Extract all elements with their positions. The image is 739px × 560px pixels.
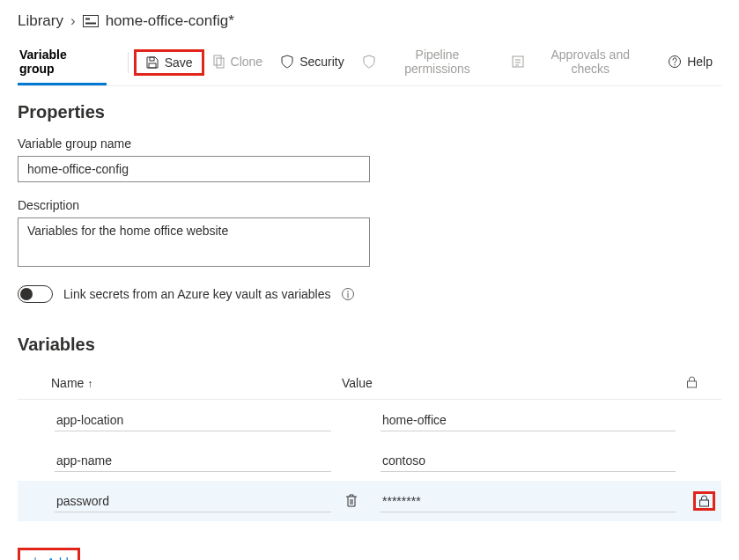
breadcrumb-current: home-office-config* (106, 12, 234, 30)
properties-heading: Properties (18, 102, 721, 122)
toolbar: Variable group Save Clone Security (18, 39, 721, 86)
lock-toggle[interactable] (686, 459, 721, 462)
delete-row-button[interactable] (342, 492, 377, 510)
name-label: Variable group name (18, 136, 721, 151)
svg-point-10 (348, 291, 350, 292)
security-label: Security (299, 55, 344, 69)
save-icon (145, 55, 159, 70)
variable-value-cell[interactable]: ******** (381, 490, 676, 512)
help-button[interactable]: Help (659, 49, 721, 76)
svg-rect-1 (85, 18, 90, 20)
trash-icon (345, 494, 358, 508)
approvals-label: Approvals and checks (530, 48, 650, 76)
svg-rect-3 (150, 57, 154, 61)
name-input[interactable] (18, 156, 370, 182)
variable-value-cell[interactable]: contoso (381, 449, 676, 472)
save-button-highlight: Save (134, 49, 204, 76)
lock-toggle[interactable] (686, 490, 721, 512)
description-label: Description (18, 198, 721, 212)
add-button[interactable]: Add (18, 548, 80, 560)
svg-rect-2 (85, 23, 96, 25)
add-label: Add (47, 556, 69, 560)
variable-name-cell[interactable]: password (55, 490, 331, 512)
pipeline-label: Pipeline permissions (381, 48, 493, 76)
svg-rect-0 (83, 16, 98, 27)
lock-highlight (693, 491, 715, 511)
table-row[interactable]: password******** (18, 481, 721, 521)
clone-icon (211, 55, 225, 69)
approvals-button: Approvals and checks (502, 42, 659, 83)
save-button[interactable]: Save (144, 54, 195, 71)
table-row[interactable]: app-namecontoso (18, 440, 721, 481)
sort-asc-icon: ↑ (87, 378, 92, 390)
security-button[interactable]: Security (271, 49, 353, 76)
svg-rect-12 (699, 500, 708, 506)
info-icon[interactable] (341, 287, 355, 301)
toolbar-divider (128, 52, 129, 73)
plus-icon (29, 556, 41, 560)
link-secrets-label: Link secrets from an Azure key vault as … (63, 287, 330, 301)
shield-icon (280, 55, 294, 69)
variable-name-cell[interactable]: app-name (55, 449, 331, 472)
checklist-icon (511, 55, 525, 69)
description-input[interactable] (18, 217, 370, 267)
svg-rect-6 (217, 58, 224, 68)
save-label: Save (165, 55, 193, 70)
breadcrumb: Library › home-office-config* (18, 7, 721, 39)
link-secrets-toggle[interactable] (18, 285, 53, 303)
clone-label: Clone (231, 55, 263, 69)
clone-button: Clone (203, 49, 272, 76)
pipeline-permissions-button: Pipeline permissions (353, 42, 502, 83)
variables-table: Name ↑ Value app-locationhome-officeapp-… (18, 369, 721, 521)
breadcrumb-root[interactable]: Library (18, 12, 63, 30)
svg-rect-5 (214, 55, 221, 65)
table-row[interactable]: app-locationhome-office (18, 400, 721, 440)
variables-heading: Variables (18, 335, 721, 355)
variable-group-icon (83, 15, 99, 27)
lock-toggle[interactable] (686, 418, 721, 422)
help-label: Help (687, 55, 713, 69)
breadcrumb-separator: › (70, 12, 76, 30)
lock-icon (698, 495, 710, 507)
table-header: Name ↑ Value (18, 369, 721, 400)
variable-value-cell[interactable]: home-office (381, 409, 676, 431)
col-name-header[interactable]: Name ↑ (51, 376, 342, 390)
col-lock-header (686, 376, 721, 390)
tab-variable-group[interactable]: Variable group (18, 39, 107, 85)
svg-rect-11 (688, 381, 697, 387)
svg-point-8 (669, 55, 681, 67)
help-icon (668, 55, 682, 69)
svg-rect-4 (149, 63, 156, 68)
col-value-header[interactable]: Value (342, 376, 686, 390)
variable-name-cell[interactable]: app-location (55, 409, 331, 431)
shield-outline-icon (362, 55, 376, 69)
